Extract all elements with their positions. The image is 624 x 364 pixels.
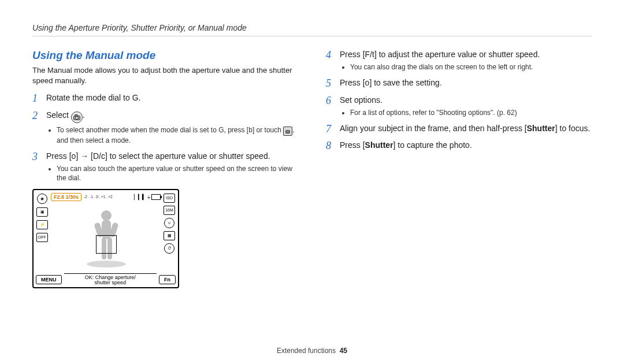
sub-bullet: You can also drag the dials on the scree… bbox=[350, 62, 592, 72]
lcd-fn-button: Fn bbox=[159, 275, 176, 284]
lcd-timer-icon: ⏱ bbox=[164, 243, 174, 254]
step-number: 4 bbox=[326, 49, 334, 62]
shutter-label: Shutter bbox=[527, 124, 555, 133]
step-5: 5 Press [o] to save the setting. bbox=[326, 77, 592, 90]
step-2: 2 Select . To select another mode when t… bbox=[32, 110, 298, 147]
step-body: Align your subject in the frame, and the… bbox=[340, 123, 592, 134]
lcd-left-icons: ◉ ▣ ⚡ OFF bbox=[36, 194, 49, 272]
step-body: Set options. For a list of options, refe… bbox=[340, 95, 592, 118]
lcd-drive-icon: ▣ bbox=[36, 207, 48, 217]
wifi-icon: ⏚ bbox=[147, 194, 150, 200]
left-column: Using the Manual mode The Manual mode al… bbox=[32, 49, 298, 288]
step-body: Press [o] to save the setting. bbox=[340, 77, 592, 88]
step-number: 8 bbox=[326, 140, 334, 153]
lcd-mode-icon: ◉ bbox=[37, 194, 47, 204]
step-number: 5 bbox=[326, 77, 334, 90]
lcd-hint-text: OK: Change aperture/ shutter speed bbox=[64, 273, 157, 286]
step-number: 2 bbox=[32, 110, 40, 122]
camera-mode-small-icon bbox=[283, 127, 292, 136]
battery-icon bbox=[151, 194, 161, 200]
lcd-menu-button: MENU bbox=[36, 275, 62, 284]
svg-point-5 bbox=[101, 210, 112, 221]
manual-page: Using the Aperture Priority, Shutter Pri… bbox=[0, 0, 624, 364]
lcd-off-icon: OFF bbox=[36, 233, 48, 242]
step-number: 1 bbox=[32, 92, 40, 105]
lcd-right-icons: ISO 16M ☺ ▦ ⏱ bbox=[163, 194, 176, 272]
focus-frame bbox=[96, 235, 117, 254]
footer-section-label: Extended functions bbox=[277, 347, 336, 355]
step-4: 4 Press [F/t] to adjust the aperture val… bbox=[326, 49, 592, 73]
step-body: Press [Shutter] to capture the photo. bbox=[340, 140, 592, 151]
sub-bullet: To select another mode when the mode dia… bbox=[57, 125, 298, 146]
sub-bullet: For a list of options, refer to "Shootin… bbox=[350, 108, 592, 117]
running-header: Using the Aperture Priority, Shutter Pri… bbox=[32, 23, 592, 36]
step-6: 6 Set options. For a list of options, re… bbox=[326, 95, 592, 118]
lcd-iso-icon: ISO bbox=[164, 194, 175, 203]
lcd-face-icon: ☺ bbox=[164, 218, 174, 228]
lcd-resolution-icon: 16M bbox=[164, 206, 175, 215]
page-footer: Extended functions 45 bbox=[0, 347, 624, 355]
camera-mode-icon bbox=[71, 112, 83, 123]
svg-point-2 bbox=[76, 116, 78, 118]
sub-bullet: You can also touch the aperture value or… bbox=[57, 164, 298, 183]
lcd-status-icons: ▏▎▍ ⏚ bbox=[134, 194, 161, 200]
step-number: 6 bbox=[326, 95, 334, 107]
step-number: 3 bbox=[32, 151, 40, 164]
step-body: Press [F/t] to adjust the aperture value… bbox=[340, 49, 592, 73]
step-body: Rotate the mode dial to G. bbox=[46, 92, 298, 103]
svg-rect-1 bbox=[75, 114, 77, 116]
lcd-flash-icon: ⚡ bbox=[36, 220, 48, 229]
svg-point-4 bbox=[287, 131, 289, 133]
ev-scale: -2 . -1 . 0 . +1 . +2 bbox=[84, 195, 112, 199]
step-3: 3 Press [o] → [D/c] to select the apertu… bbox=[32, 151, 298, 184]
lcd-bottom-bar: MENU OK: Change aperture/ shutter speed … bbox=[34, 272, 178, 287]
svg-point-11 bbox=[87, 261, 126, 268]
lead-paragraph: The Manual mode allows you to adjust bot… bbox=[32, 65, 298, 86]
lcd-topbar: F2.8 1/30s -2 . -1 . 0 . +1 . +2 ▏▎▍ ⏚ bbox=[51, 193, 161, 201]
sub-bullets: To select another mode when the mode dia… bbox=[57, 125, 298, 146]
steps-left: 1 Rotate the mode dial to G. 2 Select . … bbox=[32, 92, 298, 184]
step-1: 1 Rotate the mode dial to G. bbox=[32, 92, 298, 105]
step-8: 8 Press [Shutter] to capture the photo. bbox=[326, 140, 592, 153]
section-title: Using the Manual mode bbox=[32, 49, 298, 62]
sub-bullets: You can also touch the aperture value or… bbox=[57, 164, 298, 183]
signal-bars-icon: ▏▎▍ bbox=[134, 194, 146, 200]
step-7: 7 Align your subject in the frame, and t… bbox=[326, 123, 592, 136]
lcd-af-icon: ▦ bbox=[164, 231, 175, 240]
exposure-readout: F2.8 1/30s bbox=[51, 193, 81, 201]
steps-right: 4 Press [F/t] to adjust the aperture val… bbox=[326, 49, 592, 153]
two-column-layout: Using the Manual mode The Manual mode al… bbox=[32, 49, 592, 288]
shutter-label: Shutter bbox=[365, 140, 393, 150]
page-number: 45 bbox=[340, 347, 347, 355]
lcd-screenshot: ◉ ▣ ⚡ OFF ISO 16M ☺ ▦ ⏱ F2.8 1/30s -2 . … bbox=[32, 189, 179, 288]
step-body: Press [o] → [D/c] to select the aperture… bbox=[46, 151, 298, 184]
step-number: 7 bbox=[326, 123, 334, 136]
lcd-viewfinder bbox=[51, 204, 161, 272]
right-column: 4 Press [F/t] to adjust the aperture val… bbox=[326, 49, 592, 288]
step-body: Select . To select another mode when the… bbox=[46, 110, 298, 147]
